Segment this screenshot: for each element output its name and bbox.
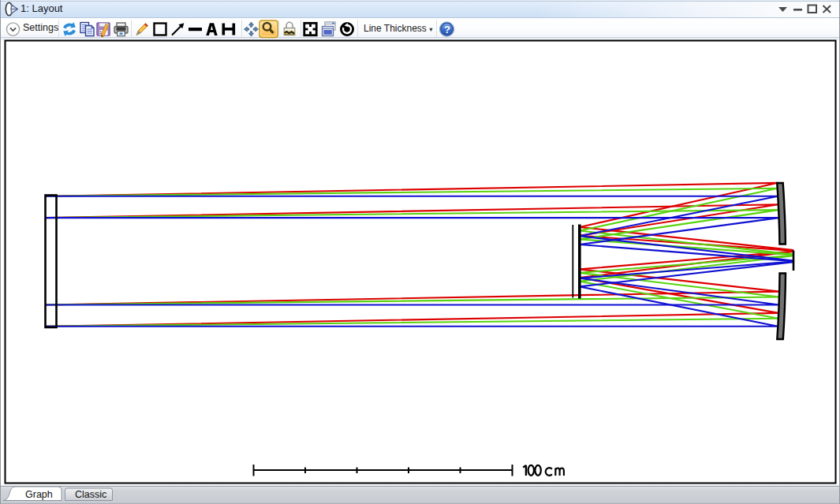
svg-text:Classic: Classic [75,489,106,500]
svg-text:Graph: Graph [25,489,53,500]
